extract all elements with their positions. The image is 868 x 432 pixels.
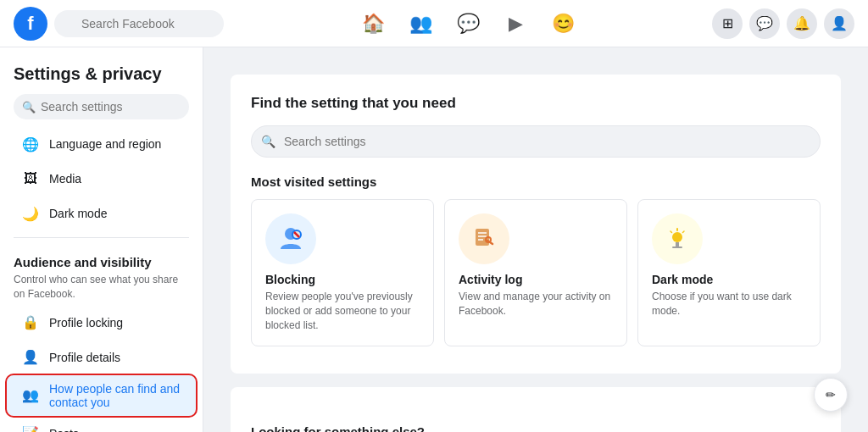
blocking-card-desc: Review people you've previously blocked …	[265, 290, 420, 332]
audience-section-desc: Control who can see what you share on Fa…	[0, 273, 203, 305]
dark-mode-card-title: Dark mode	[652, 273, 806, 286]
nav-friends-button[interactable]: 👥	[400, 3, 441, 44]
profile-locking-icon: 🔒	[20, 313, 41, 333]
apps-icon-button[interactable]: ⊞	[712, 8, 743, 39]
nav-marketplace-button[interactable]: 😊	[542, 3, 583, 44]
sidebar-item-profile-details[interactable]: 👤 Profile details	[7, 341, 196, 374]
sidebar-divider	[14, 237, 189, 238]
svg-point-8	[672, 232, 682, 242]
topnav-search-wrap: 🔍	[54, 10, 224, 37]
visit-card-dark-mode[interactable]: Dark mode Choose if you want to use dark…	[637, 199, 821, 346]
sidebar-title: Settings & privacy	[0, 58, 203, 87]
nav-messenger-button[interactable]: 💬	[448, 3, 488, 44]
svg-line-13	[683, 231, 685, 233]
most-visited-title: Most visited settings	[251, 174, 821, 189]
page-wrap: Settings & privacy 🔍 🌐 Language and regi…	[0, 47, 868, 432]
activity-log-card-desc: View and manage your activity on Faceboo…	[459, 290, 613, 318]
edit-fab-button[interactable]: ✏	[814, 378, 848, 412]
sidebar-item-label: Dark mode	[49, 207, 107, 220]
sidebar-item-media[interactable]: 🖼 Media	[7, 162, 196, 196]
nav-home-button[interactable]: 🏠	[353, 3, 393, 44]
language-icon: 🌐	[20, 134, 41, 154]
account-icon-button[interactable]: 👤	[824, 8, 854, 39]
sidebar-item-label: Profile locking	[49, 316, 123, 330]
main-search-icon: 🔍	[261, 135, 275, 148]
topnav-center: 🏠 👥 💬 ▶ 😊	[224, 3, 712, 44]
nav-watch-button[interactable]: ▶	[495, 3, 536, 44]
main-search-wrap: 🔍	[251, 125, 821, 158]
sidebar-item-label: Language and region	[49, 137, 161, 151]
looking-title: Looking for something else?	[251, 424, 821, 432]
sidebar-item-profile-locking[interactable]: 🔒 Profile locking	[7, 306, 196, 340]
looking-card: Looking for something else?	[231, 387, 841, 432]
sidebar-search-input[interactable]	[14, 94, 189, 119]
topnav-search-input[interactable]	[54, 10, 224, 37]
sidebar-search-icon: 🔍	[22, 101, 36, 114]
main-search-input[interactable]	[251, 125, 821, 158]
svg-rect-10	[672, 246, 682, 248]
svg-line-12	[670, 231, 672, 233]
sidebar-item-label: How people can find and contact you	[49, 382, 182, 409]
blocking-card-icon	[265, 213, 316, 264]
find-setting-title: Find the setting that you need	[251, 95, 821, 112]
posts-icon: 📝	[20, 424, 41, 432]
sidebar-item-label: Media	[49, 172, 81, 186]
darkmode-icon: 🌙	[20, 203, 41, 224]
messenger-icon-button[interactable]: 💬	[749, 8, 780, 39]
find-contact-icon: 👥	[20, 385, 41, 406]
most-visited-cards: Blocking Review people you've previously…	[251, 199, 821, 346]
activity-log-card-title: Activity log	[459, 273, 613, 286]
find-setting-card: Find the setting that you need 🔍 Most vi…	[231, 75, 841, 374]
audience-section-label: Audience and visibility	[0, 245, 203, 273]
main-content: Find the setting that you need 🔍 Most vi…	[203, 47, 868, 432]
media-icon: 🖼	[20, 169, 41, 189]
dark-mode-card-icon	[652, 213, 703, 264]
sidebar-item-language[interactable]: 🌐 Language and region	[7, 127, 196, 161]
sidebar-search-wrap: 🔍	[0, 87, 203, 126]
topnav-left: f 🔍	[14, 7, 224, 41]
profile-details-icon: 👤	[20, 347, 41, 368]
sidebar-item-label: Profile details	[49, 351, 120, 364]
blocking-card-title: Blocking	[265, 273, 420, 286]
sidebar-search-container: 🔍	[14, 94, 189, 119]
visit-card-activity-log[interactable]: Activity log View and manage your activi…	[444, 199, 627, 346]
visit-card-blocking[interactable]: Blocking Review people you've previously…	[251, 199, 434, 346]
dark-mode-card-desc: Choose if you want to use dark mode.	[652, 290, 806, 318]
sidebar-item-find-contact[interactable]: 👥 How people can find and contact you	[7, 375, 196, 416]
sidebar-item-darkmode[interactable]: 🌙 Dark mode	[7, 197, 196, 230]
topnav-right: ⊞ 💬 🔔 👤	[712, 8, 854, 39]
sidebar: Settings & privacy 🔍 🌐 Language and regi…	[0, 47, 203, 432]
activity-log-card-icon	[459, 213, 509, 264]
topnav: f 🔍 🏠 👥 💬 ▶ 😊 ⊞ 💬 🔔 👤	[0, 0, 868, 47]
svg-rect-9	[676, 242, 679, 246]
notifications-icon-button[interactable]: 🔔	[787, 8, 817, 39]
facebook-logo[interactable]: f	[14, 7, 47, 41]
sidebar-item-posts[interactable]: 📝 Posts	[7, 417, 196, 432]
sidebar-item-label: Posts	[49, 427, 79, 432]
